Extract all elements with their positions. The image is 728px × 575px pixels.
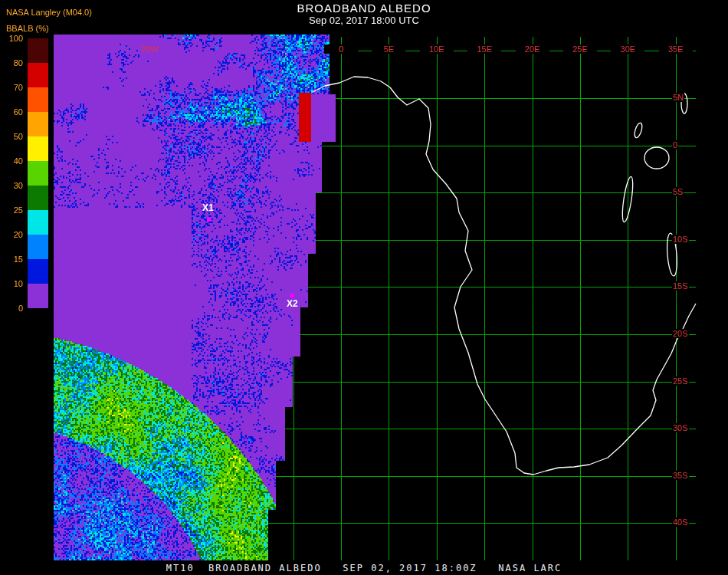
colorbar-tick-label: 100 <box>0 34 23 43</box>
map-marker-dot-x2 <box>290 294 294 297</box>
colorbar-segment <box>28 136 48 161</box>
colorbar-tick-label: 20 <box>0 230 23 239</box>
colorbar-segment <box>28 186 48 210</box>
albedo-map-canvas <box>0 0 728 575</box>
lon-tick-label: 15E <box>467 44 501 54</box>
lat-tick-label: 5N <box>672 93 684 102</box>
lat-tick-label: 20S <box>672 329 689 338</box>
lat-tick-label: 35S <box>672 471 689 480</box>
lat-tick-label: 40S <box>672 518 689 527</box>
albedo-product-viewer: BROADBAND ALBEDO Sep 02, 2017 18:00 UTC … <box>0 0 728 575</box>
colorbar-segment <box>28 235 48 259</box>
colorbar-tick-label: 10 <box>0 279 23 288</box>
map-marker-label-x2: X2 <box>287 298 298 309</box>
colorbar-tick-label: 40 <box>0 156 23 166</box>
lon-tick-label: 30E <box>611 44 644 54</box>
lat-tick-label: 10S <box>672 235 689 244</box>
lat-tick-label: 15S <box>672 281 689 291</box>
colorbar-segment <box>28 284 48 308</box>
colorbar-segment <box>28 161 48 186</box>
lon-tick-label: 0 <box>324 44 358 54</box>
colorbar-tick-label: 70 <box>0 83 23 92</box>
colorbar-segment <box>28 63 48 87</box>
lon-tick-label: 25E <box>563 44 597 54</box>
lon-tick-label: 35E <box>659 44 693 54</box>
colorbar-tick-label: 25 <box>0 205 23 215</box>
colorbar-segment <box>28 38 48 63</box>
lat-tick-label: 30S <box>672 423 689 432</box>
lon-tick-label-over-data: 20W <box>133 44 166 54</box>
colorbar-tick-label: 0 <box>0 304 23 313</box>
colorbar-segment <box>28 259 48 284</box>
lon-tick-label: 5E <box>372 44 405 54</box>
colorbar-tick-label: 50 <box>0 132 23 141</box>
colorbar-tick-label: 30 <box>0 181 23 190</box>
map-marker-dot-x1 <box>207 218 211 222</box>
lat-tick-label: 5S <box>672 187 684 196</box>
colorbar-segment <box>28 210 48 235</box>
source-label: NASA Langley (M04.0) <box>6 8 92 17</box>
lat-tick-label: 25S <box>672 376 689 386</box>
variable-label: BBALB (%) <box>6 24 49 33</box>
colorbar-segment <box>28 112 48 136</box>
lon-tick-label: 20E <box>516 44 549 54</box>
colorbar-tick-label: 15 <box>0 255 23 264</box>
timestamp-label: Sep 02, 2017 18:00 UTC <box>0 15 728 26</box>
colorbar-tick-label: 80 <box>0 58 23 67</box>
page-title: BROADBAND ALBEDO <box>0 2 728 15</box>
colorbar <box>28 38 48 308</box>
lat-tick-label: 0 <box>672 140 678 150</box>
colorbar-tick-label: 60 <box>0 107 23 117</box>
lon-tick-label: 10E <box>420 44 454 54</box>
map-marker-label-x1: X1 <box>202 202 214 213</box>
footer-bar: MT10 BROADBAND ALBEDO SEP 02, 2017 18:00… <box>0 560 728 575</box>
colorbar-segment <box>28 87 48 112</box>
footer-text: MT10 BROADBAND ALBEDO SEP 02, 2017 18:00… <box>166 563 562 573</box>
